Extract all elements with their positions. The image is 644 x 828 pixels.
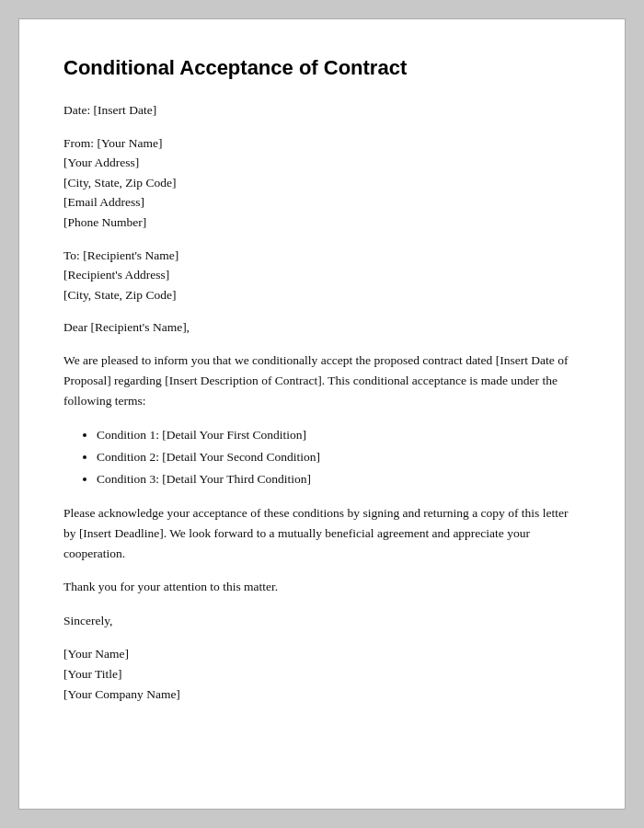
- closing: Sincerely,: [63, 611, 581, 631]
- body-paragraph-2: Please acknowledge your acceptance of th…: [63, 503, 581, 565]
- salutation: Dear [Recipient's Name],: [63, 317, 581, 338]
- from-block: From: [Your Name] [Your Address] [City, …: [63, 133, 581, 233]
- document-page: Conditional Acceptance of Contract Date:…: [18, 18, 626, 810]
- date-line: Date: [Insert Date]: [63, 100, 581, 121]
- condition-item: Condition 1: [Detail Your First Conditio…: [97, 425, 581, 445]
- to-block: To: [Recipient's Name] [Recipient's Addr…: [63, 246, 581, 305]
- condition-item: Condition 2: [Detail Your Second Conditi…: [97, 447, 581, 467]
- body-paragraph-1: We are pleased to inform you that we con…: [63, 351, 581, 412]
- conditions-list: Condition 1: [Detail Your First Conditio…: [63, 425, 581, 490]
- document-title: Conditional Acceptance of Contract: [63, 56, 581, 80]
- condition-item: Condition 3: [Detail Your Third Conditio…: [97, 469, 581, 489]
- body-paragraph-3: Thank you for your attention to this mat…: [63, 577, 581, 597]
- signature-block: [Your Name] [Your Title] [Your Company N…: [63, 644, 581, 706]
